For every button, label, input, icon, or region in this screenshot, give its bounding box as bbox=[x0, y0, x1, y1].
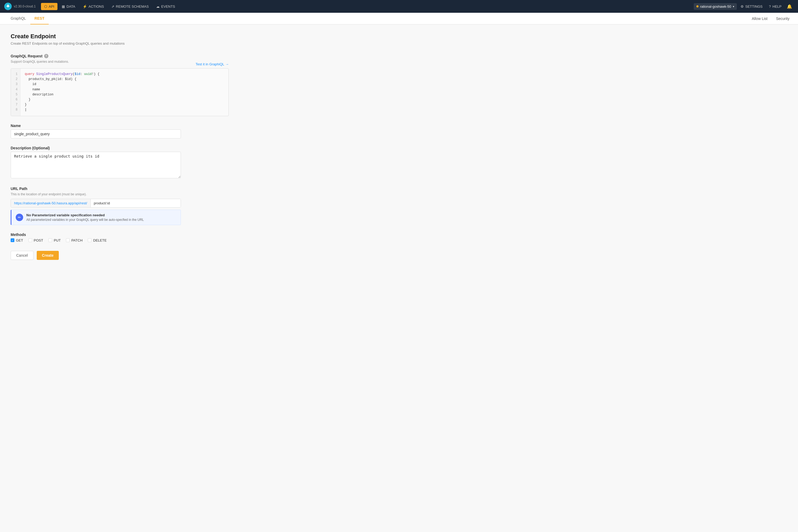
methods-label: Methods bbox=[11, 232, 229, 237]
code-editor[interactable]: 1 2 3 4 5 6 7 8 query SingleProductsQuer… bbox=[11, 68, 229, 116]
events-icon: ☁ bbox=[156, 4, 160, 8]
nav-events[interactable]: ☁ EVENTS bbox=[153, 3, 178, 10]
methods-row: GET POST PUT PATCH DELETE bbox=[11, 239, 229, 242]
url-path-input-group: https://rational-goshawk-50.hasura.app/a… bbox=[11, 199, 181, 208]
post-label: POST bbox=[34, 239, 43, 242]
api-icon: ⬡ bbox=[44, 4, 47, 8]
graphql-help-icon[interactable]: ? bbox=[44, 54, 49, 58]
actions-icon: ⚡ bbox=[83, 4, 87, 8]
notifications-bell[interactable]: 🔔 bbox=[785, 2, 794, 11]
sub-nav: GraphQL REST Allow List Security bbox=[0, 13, 798, 24]
arrow-right-icon: → bbox=[225, 62, 229, 66]
graphql-section-label-group: GraphQL Request ? Support GraphQL querie… bbox=[11, 54, 69, 66]
security-link[interactable]: Security bbox=[774, 15, 792, 22]
url-path-sublabel: This is the location of your endpoint (m… bbox=[11, 192, 229, 196]
remote-schemas-icon: ⇗ bbox=[111, 4, 114, 8]
method-post[interactable]: POST bbox=[29, 239, 43, 242]
top-nav: v2.30.0-cloud.1 ⬡ API ▦ DATA ⚡ ACTIONS ⇗… bbox=[0, 0, 798, 13]
settings-icon: ⚙ bbox=[741, 4, 744, 8]
method-put[interactable]: PUT bbox=[49, 239, 61, 242]
name-label: Name bbox=[11, 124, 229, 128]
help-icon: ? bbox=[769, 4, 771, 8]
info-box-content: No Parameterized variable specification … bbox=[26, 213, 144, 222]
btn-row: Cancel Create bbox=[11, 251, 229, 260]
graphql-request-section: GraphQL Request ? Support GraphQL querie… bbox=[11, 54, 229, 116]
url-path-label: URL Path bbox=[11, 187, 229, 191]
name-section: Name bbox=[11, 124, 229, 138]
page-subtitle: Create REST Endpoints on top of existing… bbox=[11, 41, 229, 45]
description-section: Description (Optional) bbox=[11, 146, 229, 179]
url-path-field[interactable] bbox=[91, 199, 181, 207]
test-in-graphiql-link[interactable]: Test it in GraphiQL → bbox=[196, 62, 229, 66]
get-label: GET bbox=[16, 239, 23, 242]
chevron-down-icon: ▾ bbox=[733, 5, 734, 8]
project-name: rational-goshawk-50 bbox=[700, 4, 731, 8]
method-delete[interactable]: DELETE bbox=[88, 239, 107, 242]
method-get[interactable]: GET bbox=[11, 239, 23, 242]
graphql-section-sublabel: Support GraphQL queries and mutations. bbox=[11, 60, 69, 63]
tab-graphql[interactable]: GraphQL bbox=[6, 13, 30, 24]
nav-remote-schemas[interactable]: ⇗ REMOTE SCHEMAS bbox=[108, 3, 152, 10]
logo-text: v2.30.0-cloud.1 bbox=[14, 4, 36, 8]
graphql-section-label: GraphQL Request ? bbox=[11, 54, 69, 58]
page-title: Create Endpoint bbox=[11, 33, 229, 40]
help-button[interactable]: ? HELP bbox=[766, 3, 784, 10]
put-checkbox[interactable] bbox=[49, 239, 52, 242]
allow-list-link[interactable]: Allow List bbox=[749, 15, 769, 22]
create-button[interactable]: Create bbox=[37, 251, 59, 260]
cancel-button[interactable]: Cancel bbox=[11, 251, 34, 260]
put-label: PUT bbox=[54, 239, 61, 242]
info-icon: ✏ bbox=[16, 214, 23, 221]
methods-section: Methods GET POST PUT PATCH DELETE bbox=[11, 232, 229, 242]
sub-nav-right: Allow List Security bbox=[749, 15, 792, 22]
url-path-section: URL Path This is the location of your en… bbox=[11, 187, 229, 225]
code-content[interactable]: query SingleProductsQuery($id: uuid!) { … bbox=[20, 69, 229, 116]
name-input[interactable] bbox=[11, 129, 181, 138]
get-checkbox[interactable] bbox=[11, 239, 14, 242]
nav-actions[interactable]: ⚡ ACTIONS bbox=[79, 3, 107, 10]
settings-button[interactable]: ⚙ SETTINGS bbox=[738, 3, 765, 10]
nav-api[interactable]: ⬡ API bbox=[41, 3, 57, 10]
delete-label: DELETE bbox=[93, 239, 107, 242]
project-status-dot bbox=[696, 5, 699, 7]
info-box-title: No Parameterized variable specification … bbox=[26, 213, 144, 217]
info-box: ✏ No Parameterized variable specificatio… bbox=[11, 210, 181, 225]
data-icon: ▦ bbox=[62, 4, 65, 8]
tab-rest[interactable]: REST bbox=[30, 13, 49, 24]
patch-label: PATCH bbox=[71, 239, 83, 242]
method-patch[interactable]: PATCH bbox=[66, 239, 83, 242]
info-box-desc: All parameterized variables in your Grap… bbox=[26, 218, 144, 222]
delete-checkbox[interactable] bbox=[88, 239, 91, 242]
graphql-editor-header: GraphQL Request ? Support GraphQL querie… bbox=[11, 54, 229, 66]
url-base: https://rational-goshawk-50.hasura.app/a… bbox=[11, 199, 91, 207]
description-label: Description (Optional) bbox=[11, 146, 229, 150]
main-content: Create Endpoint Create REST Endpoints on… bbox=[0, 24, 239, 268]
patch-checkbox[interactable] bbox=[66, 239, 70, 242]
nav-data[interactable]: ▦ DATA bbox=[58, 3, 78, 10]
logo[interactable]: v2.30.0-cloud.1 bbox=[4, 3, 36, 10]
description-input[interactable] bbox=[11, 152, 181, 178]
post-checkbox[interactable] bbox=[29, 239, 32, 242]
project-selector[interactable]: rational-goshawk-50 ▾ bbox=[694, 3, 737, 10]
line-numbers: 1 2 3 4 5 6 7 8 bbox=[11, 69, 20, 116]
